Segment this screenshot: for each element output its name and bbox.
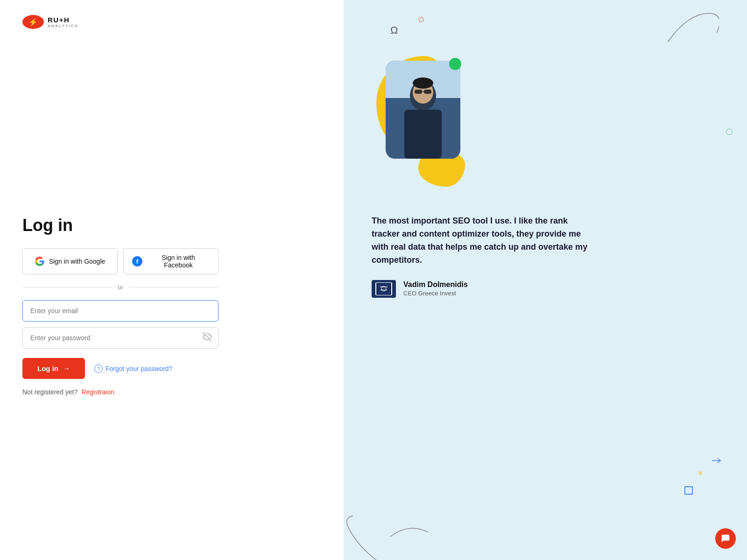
svg-point-10 (413, 77, 433, 89)
profile-image (386, 61, 460, 159)
google-icon (35, 257, 44, 266)
curve-bottom-left-deco (344, 513, 409, 560)
question-icon: ? (94, 364, 103, 373)
social-buttons: Sign in with Google f Sign in with Faceb… (22, 248, 218, 274)
divider-left-line (22, 287, 112, 287)
register-line: Not registered yet? Registraion (22, 388, 218, 396)
svg-rect-5 (404, 110, 442, 159)
arrow-icon: → (63, 364, 70, 372)
password-wrapper (22, 327, 218, 349)
right-panel: Ω ◇ ◌ (344, 0, 747, 560)
green-dot (449, 58, 461, 70)
login-title: Log in (22, 216, 218, 235)
c-shape-deco: ◌ (726, 126, 733, 136)
testimonial-text: The most important SEO tool I use. I lik… (372, 215, 596, 267)
logo-rush: RU+H (48, 16, 78, 23)
omega-deco: Ω (390, 24, 398, 36)
person-svg (386, 61, 460, 159)
star-deco: ✕ (698, 469, 705, 478)
google-btn-label: Sign in with Google (49, 258, 106, 265)
bolt-icon: ⚡ (28, 18, 38, 27)
right-content: The most important SEO tool I use. I lik… (372, 47, 596, 298)
login-btn-label: Log in (37, 364, 58, 372)
logo-text: RU+H ANALYTICS (48, 16, 78, 28)
facebook-signin-button[interactable]: f Sign in with Facebook (123, 248, 218, 274)
svg-rect-7 (415, 90, 422, 94)
greece-invest-logo-svg: GREECE INVEST (376, 283, 391, 295)
google-signin-button[interactable]: Sign in with Google (22, 248, 118, 274)
curve-bottom-right-deco (386, 509, 432, 541)
divider-label: or (118, 284, 123, 291)
chat-icon (720, 533, 731, 544)
logo-analytics: ANALYTICS (48, 24, 78, 28)
register-link[interactable]: Registraion (81, 388, 114, 396)
profile-card (372, 47, 474, 196)
svg-text:✕: ✕ (698, 469, 703, 476)
forgot-password-link[interactable]: ? Forgot your password? (94, 364, 172, 373)
divider-right-line (129, 287, 218, 287)
arrow-deco (711, 456, 721, 467)
author-logo-inner: GREECE INVEST (375, 282, 392, 295)
facebook-btn-label: Sign in with Facebook (147, 254, 210, 269)
not-registered-text: Not registered yet? (22, 388, 78, 396)
login-actions: Log in → ? Forgot your password? (22, 358, 218, 379)
divider: or (22, 284, 218, 291)
svg-rect-16 (685, 487, 692, 494)
curve-top-deco (663, 5, 719, 47)
square-deco (684, 486, 693, 497)
login-button[interactable]: Log in → (22, 358, 85, 379)
password-input[interactable] (22, 327, 218, 349)
author-info: Vadim Dolmenidis CEO Greece Invest (403, 280, 468, 297)
testimonial-author: GREECE INVEST Vadim Dolmenidis CEO Greec… (372, 280, 596, 298)
chat-bubble-button[interactable] (715, 528, 736, 549)
email-input[interactable] (22, 300, 218, 322)
author-title: CEO Greece Invest (403, 290, 468, 297)
left-panel: ⚡ RU+H ANALYTICS Log in Sign in with Goo… (0, 0, 344, 560)
diamond-deco: ◇ (417, 13, 427, 25)
login-form: Log in Sign in with Google f Sign in wit… (22, 104, 218, 545)
svg-rect-8 (424, 90, 431, 94)
logo-icon: ⚡ (22, 15, 44, 29)
author-name: Vadim Dolmenidis (403, 280, 468, 289)
logo: ⚡ RU+H ANALYTICS (22, 15, 321, 29)
author-logo: GREECE INVEST (372, 280, 396, 298)
eye-icon[interactable] (203, 332, 212, 344)
forgot-label: Forgot your password? (106, 365, 172, 372)
facebook-icon: f (132, 256, 142, 266)
